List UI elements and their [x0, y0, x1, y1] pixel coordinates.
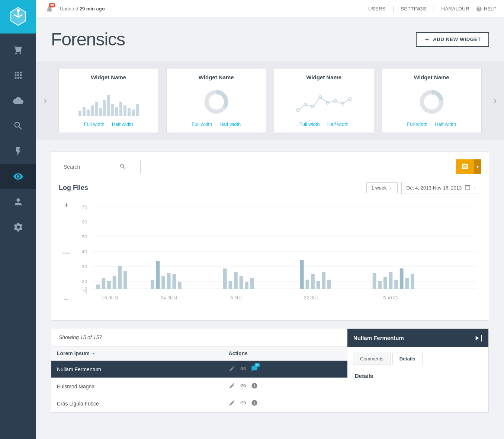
tab-details[interactable]: Details — [392, 353, 423, 365]
widget-0-preview — [64, 84, 153, 118]
detail-title: Nullam Fermentum — [353, 335, 404, 341]
edit-icon-0[interactable] — [229, 365, 235, 373]
widget-0-half-width[interactable]: Half width — [112, 121, 133, 127]
search-submit-button[interactable] — [119, 163, 126, 171]
svg-rect-32 — [118, 266, 122, 289]
time-range-select[interactable]: 1 week — [366, 182, 398, 193]
carousel-prev-button[interactable]: › — [40, 91, 51, 110]
gear-icon — [13, 222, 23, 232]
log-title: Log Files — [59, 184, 88, 192]
widget-1-half-width[interactable]: Half width — [219, 121, 241, 127]
search-bar-row: ▼ — [59, 159, 481, 174]
apps-icon — [13, 70, 23, 80]
svg-rect-36 — [161, 276, 165, 289]
arrow-right-icon — [473, 334, 481, 342]
note-dropdown-button[interactable]: ▼ — [474, 159, 481, 174]
zoom-in-button[interactable]: + — [62, 201, 70, 209]
table-row[interactable]: Cras Ligula Fusce — [51, 395, 347, 412]
sort-icon — [91, 351, 96, 356]
nav-user-name[interactable]: HARALDUR — [442, 6, 470, 12]
edit-icon-2[interactable] — [229, 400, 235, 407]
svg-text:0: 0 — [84, 290, 87, 295]
svg-text:8.JUL: 8.JUL — [230, 296, 243, 300]
sidebar-item-apps[interactable] — [0, 63, 36, 88]
edit-icon-1[interactable] — [229, 382, 235, 390]
search-input[interactable] — [64, 164, 119, 170]
widget-2-full-width[interactable]: Full width — [299, 121, 320, 127]
logo[interactable] — [0, 0, 36, 34]
widget-3-full-width[interactable]: Full width — [407, 121, 427, 127]
chart-wrap: 70 60 50 40 30 20 10 0 — [74, 200, 481, 305]
carousel-next-button[interactable]: › — [489, 91, 500, 110]
donut-chart-preview — [202, 88, 230, 116]
sidebar — [0, 0, 36, 439]
chart-zoom-controls: + ― − — [59, 200, 74, 305]
info-icon-1[interactable] — [251, 382, 258, 390]
zoom-out-button[interactable]: − — [62, 296, 70, 303]
svg-rect-50 — [322, 272, 325, 289]
row-0-name: Nullam Fermentum — [51, 360, 223, 378]
svg-text:10.JUN: 10.JUN — [102, 296, 118, 300]
link-icon-2[interactable] — [240, 400, 247, 407]
tab-comments[interactable]: Comments — [353, 353, 391, 365]
widget-card-3: Widget Name Full width Half width — [382, 68, 482, 133]
action-icons-2 — [229, 400, 342, 407]
sidebar-item-cloud[interactable] — [0, 88, 36, 113]
svg-rect-54 — [383, 277, 387, 289]
sidebar-item-dashboard[interactable] — [0, 37, 36, 63]
search-nav-icon — [13, 121, 23, 131]
svg-point-0 — [17, 9, 20, 12]
svg-rect-52 — [373, 273, 376, 289]
nav-users[interactable]: USERS — [368, 6, 386, 12]
sidebar-item-user[interactable] — [0, 189, 36, 214]
svg-rect-31 — [113, 276, 116, 289]
comment-icon-0[interactable]: 17 — [251, 365, 258, 373]
row-1-actions — [223, 378, 347, 395]
col-name-sort[interactable]: Lorem ipsum — [57, 350, 96, 356]
table-row[interactable]: Euismod Magna — [51, 378, 347, 395]
svg-rect-47 — [306, 280, 309, 289]
detail-close-button[interactable]: | — [473, 334, 482, 342]
widget-3-half-width[interactable]: Half width — [435, 121, 456, 127]
svg-rect-49 — [317, 281, 320, 289]
svg-rect-35 — [156, 261, 160, 289]
edit-svg-1 — [229, 382, 235, 389]
table-row[interactable]: Nullam Fermentum — [51, 360, 347, 378]
widget-2-actions: Full width Half width — [280, 121, 368, 127]
notification-bell[interactable]: 38 — [44, 3, 55, 15]
widget-2-half-width[interactable]: Half width — [327, 121, 349, 127]
svg-rect-59 — [411, 274, 414, 289]
add-widget-button[interactable]: ADD NEW WIDGET — [416, 32, 489, 47]
sidebar-item-settings[interactable] — [0, 214, 36, 240]
comment-badge-0: 17 — [254, 363, 260, 367]
link-icon-0[interactable] — [240, 365, 247, 373]
svg-rect-38 — [172, 274, 176, 289]
note-icon — [461, 163, 469, 171]
sidebar-item-activity[interactable] — [0, 139, 36, 164]
page-title: Forensics — [51, 29, 125, 50]
detail-header: Nullam Fermentum | — [347, 329, 488, 347]
widget-1-full-width[interactable]: Full width — [192, 121, 212, 127]
log-chart: 70 60 50 40 30 20 10 0 — [74, 200, 481, 304]
svg-rect-44 — [245, 282, 248, 289]
zoom-reset-button[interactable]: ― — [62, 249, 70, 256]
svg-rect-37 — [167, 273, 171, 289]
link-icon-1[interactable] — [240, 382, 247, 390]
widget-3-preview — [388, 84, 476, 118]
info-svg-1 — [251, 382, 258, 389]
log-header: Log Files 1 week Oct 4, 2013-Nov 16, 201… — [59, 182, 481, 194]
note-button[interactable] — [456, 159, 474, 174]
orange-btn-group: ▼ — [456, 159, 481, 174]
help-button[interactable]: HELP — [476, 6, 497, 12]
svg-rect-46 — [300, 260, 304, 289]
widget-1-title: Widget Name — [172, 74, 261, 80]
calendar-button[interactable] — [465, 184, 476, 191]
widget-0-full-width[interactable]: Full width — [84, 121, 105, 127]
sidebar-item-search[interactable] — [0, 113, 36, 139]
svg-text:30: 30 — [82, 264, 87, 269]
sidebar-item-monitor[interactable] — [0, 164, 36, 189]
info-icon-2[interactable] — [251, 400, 258, 407]
bar-chart-preview — [78, 90, 139, 116]
nav-settings[interactable]: SETTINGS — [401, 6, 426, 12]
widget-3-actions: Full width Half width — [388, 121, 476, 127]
